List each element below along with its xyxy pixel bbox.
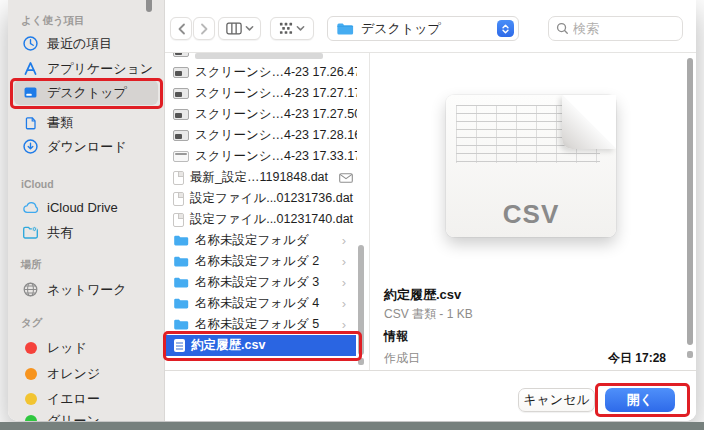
file-name: スクリーンシ…4-23 17.28.16 xyxy=(195,127,357,144)
column-view-button[interactable] xyxy=(218,17,261,40)
group-view-button[interactable] xyxy=(270,17,314,40)
list-item[interactable]: スクリーンシ…4-23 17.26.47 xyxy=(165,62,357,83)
folder-icon xyxy=(173,234,189,247)
file-name: スクリーンシ…4-23 17.33.17 xyxy=(195,148,357,165)
dat-file-icon xyxy=(173,171,184,185)
screenshot-file-icon xyxy=(173,88,189,99)
list-item[interactable]: スクリーンシ…4-23 17.28.16 xyxy=(165,125,357,146)
csv-file-icon xyxy=(174,339,185,352)
file-name: 約定履歴.csv xyxy=(191,337,265,354)
csv-preview-icon: CSV xyxy=(446,95,616,237)
clock-icon xyxy=(21,35,40,52)
list-item-folder[interactable]: 名称未設定フォルダ 3 › xyxy=(165,272,357,293)
tag-orange-icon xyxy=(21,368,40,380)
list-scrollbar[interactable] xyxy=(358,245,364,355)
list-item-folder[interactable]: 名称未設定フォルダ 5 › xyxy=(165,314,357,335)
sidebar-item-downloads[interactable]: ダウンロード xyxy=(8,134,160,159)
tag-yellow-icon xyxy=(21,393,40,405)
cancel-button[interactable]: キャンセル xyxy=(518,388,595,412)
forward-button[interactable] xyxy=(193,17,215,40)
list-item[interactable]: スクリーンシ…4-23 17.33.17 xyxy=(165,146,357,167)
sidebar-item-label: ダウンロード xyxy=(47,138,127,156)
sidebar-item-label: 書類 xyxy=(47,114,73,132)
location-dropdown-label: デスクトップ xyxy=(361,20,490,38)
sidebar-item-label: iCloud Drive xyxy=(47,200,118,215)
envelope-icon xyxy=(339,173,353,183)
screenshot-file-icon xyxy=(173,109,189,120)
folded-corner xyxy=(562,95,616,149)
open-button[interactable]: 開く xyxy=(605,388,675,412)
preview-created-row: 作成日 今日 17:28 xyxy=(384,350,666,367)
main-area: デスクトップ スクリーンシ…4-23 17.26.47 xyxy=(165,0,696,421)
location-dropdown[interactable]: デスクトップ xyxy=(327,16,519,41)
sidebar-item-label: グリーン xyxy=(47,412,100,422)
chevron-down-icon xyxy=(296,25,305,32)
group-view-icon xyxy=(279,22,293,35)
sidebar-item-label: 共有 xyxy=(47,224,73,242)
sidebar-item-label: デスクトップ xyxy=(47,84,127,102)
sidebar-section-icloud: iCloud xyxy=(21,178,54,190)
preview-info-header: 情報 xyxy=(384,328,408,345)
list-item[interactable]: 設定ファイル...01231740.dat xyxy=(165,209,357,230)
tag-green-icon xyxy=(21,415,40,422)
footer-bar: キャンセル 開く xyxy=(165,371,696,421)
csv-icon-label: CSV xyxy=(446,199,616,230)
list-item[interactable]: 設定ファイル...01231736.dat xyxy=(165,188,357,209)
list-item-partial[interactable] xyxy=(165,53,357,62)
file-list: スクリーンシ…4-23 17.26.47 スクリーンシ…4-23 17.27.1… xyxy=(165,53,370,370)
screenshot-file-icon xyxy=(173,67,189,78)
clipped-text xyxy=(195,53,323,59)
dropdown-stepper-icon[interactable] xyxy=(497,20,514,37)
network-globe-icon xyxy=(21,281,40,298)
applications-icon xyxy=(21,60,40,77)
folder-icon xyxy=(173,255,189,268)
sidebar-item-tag-green[interactable]: グリーン xyxy=(8,408,160,421)
sidebar-item-shared[interactable]: 共有 xyxy=(8,220,160,245)
screenshot-file-icon xyxy=(173,151,189,162)
chevron-right-icon: › xyxy=(342,276,346,289)
sidebar-item-label: アプリケーション xyxy=(47,60,153,78)
list-item[interactable]: スクリーンシ…4-23 17.27.17 xyxy=(165,83,357,104)
cloud-icon xyxy=(21,200,40,215)
list-item[interactable]: スクリーンシ…4-23 17.27.50 xyxy=(165,104,357,125)
chevron-right-icon: › xyxy=(342,297,346,310)
preview-file-kind: CSV 書類 - 1 KB xyxy=(384,306,473,323)
sidebar-item-tag-red[interactable]: レッド xyxy=(8,335,160,360)
chevron-right-icon: › xyxy=(342,318,346,331)
search-field[interactable] xyxy=(548,16,683,41)
sidebar-item-label: レッド xyxy=(47,339,87,357)
file-name: 名称未設定フォルダ 3 xyxy=(195,274,319,291)
file-name: 名称未設定フォルダ 5 xyxy=(195,316,319,333)
sidebar-item-tag-orange[interactable]: オレンジ xyxy=(8,361,160,386)
folder-icon xyxy=(173,318,189,331)
sidebar-item-label: オレンジ xyxy=(47,365,100,383)
sidebar-scrollbar[interactable] xyxy=(146,0,152,12)
back-button[interactable] xyxy=(170,17,192,40)
preview-scrollbar[interactable] xyxy=(687,58,693,345)
list-scrollbar-end[interactable] xyxy=(358,358,364,365)
list-item-selected-csv[interactable]: 約定履歴.csv xyxy=(166,335,356,356)
list-item[interactable]: 最新_設定…1191848.dat xyxy=(165,167,357,188)
search-icon xyxy=(556,22,569,35)
sidebar-item-icloud-drive[interactable]: iCloud Drive xyxy=(8,195,160,220)
preview-scrollbar-end[interactable] xyxy=(687,351,693,358)
sidebar-item-network[interactable]: ネットワーク xyxy=(8,277,160,302)
file-name: 名称未設定フォルダ 2 xyxy=(195,253,319,270)
created-value: 今日 17:28 xyxy=(608,350,666,367)
chevron-right-icon: › xyxy=(342,255,346,268)
sidebar-item-documents[interactable]: 書類 xyxy=(8,110,160,135)
background-strip xyxy=(0,422,704,430)
sidebar-item-desktop[interactable]: デスクトップ xyxy=(14,80,158,105)
folder-icon xyxy=(173,276,189,289)
sidebar-item-recents[interactable]: 最近の項目 xyxy=(8,31,160,56)
list-item-folder[interactable]: 名称未設定フォルダ › xyxy=(165,230,357,251)
sidebar-item-label: 最近の項目 xyxy=(47,35,112,53)
list-item-folder[interactable]: 名称未設定フォルダ 4 › xyxy=(165,293,357,314)
document-icon xyxy=(21,115,40,131)
download-icon xyxy=(21,138,40,155)
folder-icon xyxy=(336,22,354,36)
sidebar-item-applications[interactable]: アプリケーション xyxy=(8,56,160,81)
preview-pane: CSV 約定履歴.csv CSV 書類 - 1 KB 情報 作成日 今日 17:… xyxy=(371,53,696,370)
search-input[interactable] xyxy=(573,21,675,36)
list-item-folder[interactable]: 名称未設定フォルダ 2 › xyxy=(165,251,357,272)
